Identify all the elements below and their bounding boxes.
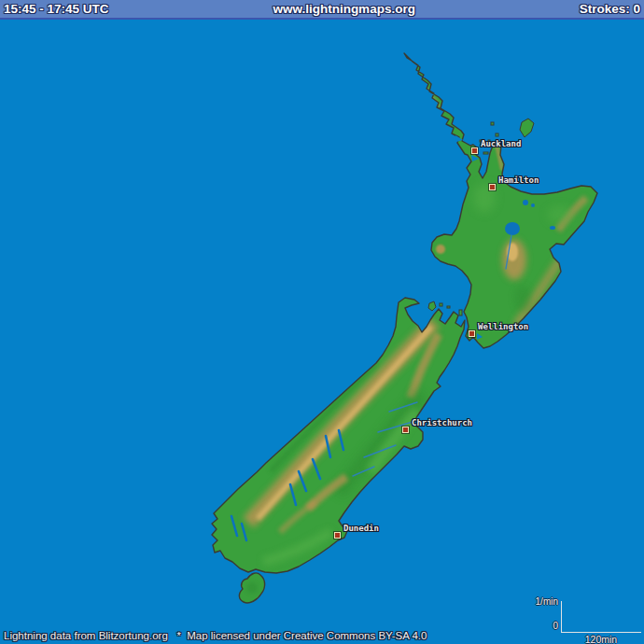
city-label: Hamilton [498, 175, 539, 185]
scale-x-axis [561, 632, 641, 633]
landmass-fill [212, 53, 597, 603]
city-label: Wellington [478, 322, 528, 331]
city-marker [402, 427, 409, 433]
terrain-relief [246, 81, 586, 594]
city-label: Auckland [481, 139, 521, 148]
header-bar: 15:45 - 17:45 UTC www.lightningmaps.org … [0, 0, 644, 20]
city-marker [469, 330, 475, 337]
site-title: www.lightningmaps.org [273, 0, 415, 18]
city-label: Dunedin [343, 524, 379, 533]
city-marker [471, 147, 478, 154]
strokes-counter: Strokes: 0 [580, 0, 640, 18]
new-zealand-map[interactable] [0, 0, 644, 644]
lightning-map-viewport: 15:45 - 17:45 UTC www.lightningmaps.org … [0, 0, 644, 644]
stroke-rate-scale: 1/min 0 120min [521, 592, 644, 644]
great-barrier-island [520, 119, 534, 137]
attribution-text: Lightning data from Blitzortung.org * Ma… [4, 630, 427, 641]
scale-y-axis [561, 601, 562, 632]
city-label: Christchurch [412, 418, 472, 427]
time-range-label: 15:45 - 17:45 UTC [4, 0, 109, 18]
kapiti-island [459, 310, 462, 315]
scale-x-axis-label: 120min [561, 634, 641, 644]
durville-island [428, 301, 436, 311]
lake-taupo [505, 222, 520, 235]
scale-ymax-label: 1/min [536, 596, 558, 607]
scale-ymin-label: 0 [553, 621, 558, 631]
city-marker [489, 184, 496, 190]
city-marker [334, 532, 341, 539]
